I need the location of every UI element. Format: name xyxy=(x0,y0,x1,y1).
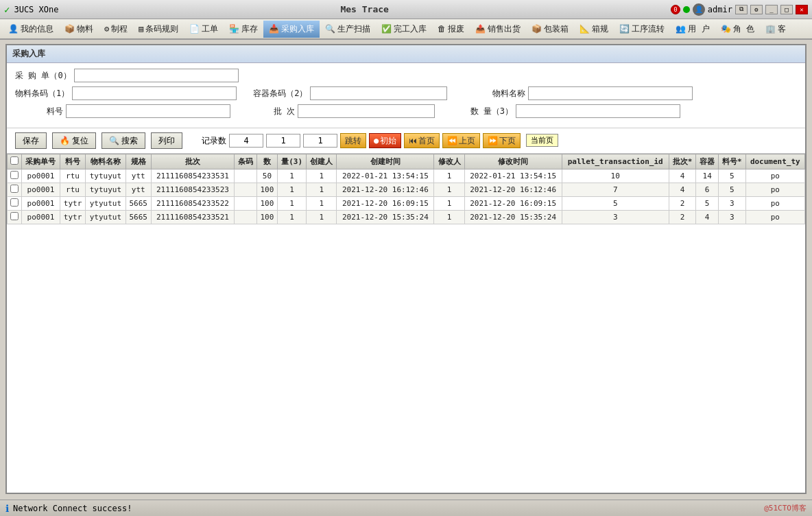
menu-inventory[interactable]: 🏪 库存 xyxy=(224,21,263,38)
cell-doc-type: po xyxy=(745,211,804,224)
menu-inventory-label: 库存 xyxy=(241,23,258,35)
status-message: Network Connect success! xyxy=(13,504,132,513)
cell-batch-star: 2 xyxy=(669,197,696,211)
menu-customer[interactable]: 🏢 客 xyxy=(760,21,791,38)
menu-users[interactable]: 👥 用 户 xyxy=(670,21,715,38)
cell-pallet-id: 5 xyxy=(562,197,669,211)
section-title: 采购入库 xyxy=(12,49,45,58)
cell-creator: 1 xyxy=(307,183,337,197)
purchase-order-input[interactable] xyxy=(74,69,239,82)
cell-modifier: 1 xyxy=(434,197,464,211)
search-icon: 🔍 xyxy=(109,136,119,145)
cell-container: 14 xyxy=(696,169,719,183)
material-name-input[interactable] xyxy=(528,86,693,100)
menu-workorder[interactable]: 📄 工单 xyxy=(184,21,224,38)
data-table: 采购单号 料号 物料名称 规格 批次 条码 数 量(3) 创建人 创建时间 修改… xyxy=(7,154,805,224)
col-header-purchase-no: 采购单号 xyxy=(22,154,60,169)
home-button[interactable]: ⏮ 首页 xyxy=(404,133,440,148)
menu-sales-out[interactable]: 📤 销售出货 xyxy=(470,21,526,38)
row-checkbox-cell[interactable] xyxy=(8,197,22,211)
item-no-input[interactable] xyxy=(66,104,230,118)
pagination-area: 记录数 跳转 ● 初始 ⏮ 首页 ⏪ 上页 xyxy=(202,133,521,148)
select-all-checkbox[interactable] xyxy=(10,156,19,165)
records-count-input[interactable] xyxy=(229,134,263,148)
row-checkbox[interactable] xyxy=(10,198,19,207)
jump-button[interactable]: 跳转 xyxy=(340,133,366,148)
menu-prod-scan[interactable]: 🔍 生产扫描 xyxy=(320,21,376,38)
table-row[interactable]: po0001rtutytuyutytt211116085423353150112… xyxy=(8,169,805,183)
prev-button[interactable]: ⏪ 上页 xyxy=(442,133,480,148)
col-header-qty1: 数 xyxy=(256,154,277,169)
row-checkbox[interactable] xyxy=(10,185,19,193)
table-header-checkbox[interactable] xyxy=(8,154,22,169)
status-icon: ℹ xyxy=(5,503,9,514)
col-header-material-name: 物料名称 xyxy=(86,154,126,169)
menu-my-info[interactable]: 👤 我的信息 xyxy=(3,21,59,38)
container-barcode-input[interactable] xyxy=(310,86,447,100)
purchase-order-label: 采 购 单（0） xyxy=(15,70,71,82)
search-button[interactable]: 🔍 搜索 xyxy=(102,132,145,149)
quantity-input[interactable] xyxy=(516,104,680,118)
row-checkbox[interactable] xyxy=(10,212,19,220)
cell-modify-time: 2021-12-20 16:09:15 xyxy=(464,197,562,211)
menu-roles[interactable]: 🎭 角 色 xyxy=(715,21,760,38)
cell-qty1: 50 xyxy=(256,169,277,183)
close-button[interactable]: ✕ xyxy=(796,5,808,14)
menu-finish-in[interactable]: ✅ 完工入库 xyxy=(376,21,432,38)
cell-item-star: 5 xyxy=(718,183,745,197)
check-icon: ✓ xyxy=(4,4,10,15)
menu-process-flow-label: 工序流转 xyxy=(632,23,665,35)
col-header-modifier: 修改人 xyxy=(434,154,464,169)
app-title: Mes Trace xyxy=(340,4,388,14)
batch-input[interactable] xyxy=(298,104,435,118)
col-header-batch: 批次 xyxy=(151,154,234,169)
next-button[interactable]: ⏩ 下页 xyxy=(483,133,521,148)
menu-pack-box[interactable]: 📦 包装箱 xyxy=(526,21,574,38)
cell-qty1: 100 xyxy=(256,183,277,197)
page-current-input[interactable] xyxy=(266,134,300,148)
col-header-spec: 规格 xyxy=(126,154,151,169)
cell-qty2: 1 xyxy=(278,169,307,183)
settings-button[interactable]: ⚙ xyxy=(750,5,763,14)
first-button[interactable]: ● 初始 xyxy=(369,133,401,148)
menu-purchase-in[interactable]: 📥 采购入库 xyxy=(263,21,320,38)
menu-process-flow[interactable]: 🔄 工序流转 xyxy=(614,21,670,38)
restore-button[interactable]: ⧉ xyxy=(735,5,748,14)
menu-barcode[interactable]: ▤ 条码规则 xyxy=(133,21,184,38)
row-checkbox-cell[interactable] xyxy=(8,169,22,183)
row-checkbox[interactable] xyxy=(10,171,19,179)
cell-qty2: 1 xyxy=(278,183,307,197)
menu-process[interactable]: ⚙ 制程 xyxy=(99,21,133,38)
next-label: 下页 xyxy=(499,135,516,147)
table-row[interactable]: po0001rtutytuyutytt211116085423352310011… xyxy=(8,183,805,197)
quantity-label: 数 量（3） xyxy=(465,106,513,117)
row-checkbox-cell[interactable] xyxy=(8,211,22,224)
records-label: 记录数 xyxy=(202,135,226,147)
maximize-button[interactable]: □ xyxy=(780,5,793,14)
cell-material-name: ytyutut xyxy=(86,211,126,224)
cell-material-name: tytuyut xyxy=(86,183,126,197)
my-info-icon: 👤 xyxy=(8,24,19,34)
page-total-input[interactable] xyxy=(303,134,337,148)
form-row-3: 料号 批 次 数 量（3） xyxy=(15,104,797,118)
cell-qty2: 1 xyxy=(278,197,307,211)
table-row[interactable]: po0001tytrytyutut56652111160854233521100… xyxy=(8,211,805,224)
menu-box-rule[interactable]: 📐 箱规 xyxy=(574,21,614,38)
menu-report[interactable]: 🗑 报废 xyxy=(432,21,470,38)
table-row[interactable]: po0001tytrytyutut56652111160854233522100… xyxy=(8,197,805,211)
material-barcode-input[interactable] xyxy=(72,86,237,100)
col-header-doc-type: document_ty xyxy=(745,154,804,169)
print-button[interactable]: 列印 xyxy=(151,132,182,149)
cell-doc-type: po xyxy=(745,183,804,197)
menu-material[interactable]: 📦 物料 xyxy=(59,21,99,38)
row-checkbox-cell[interactable] xyxy=(8,183,22,197)
notification-badge[interactable]: 0 xyxy=(671,5,680,14)
minimize-button[interactable]: _ xyxy=(765,5,778,14)
reset-button[interactable]: 🔥 复位 xyxy=(52,132,96,149)
save-button[interactable]: 保存 xyxy=(15,132,47,149)
statusbar: ℹ Network Connect success! @51CTO博客 xyxy=(0,500,812,516)
reset-icon: 🔥 xyxy=(60,136,70,145)
cell-item-no: tytr xyxy=(60,211,85,224)
form-area: 采 购 单（0） 物料条码（1） 容器条码（2） 物料名称 料号 批 次 数 量… xyxy=(7,63,805,128)
table-container: 采购单号 料号 物料名称 规格 批次 条码 数 量(3) 创建人 创建时间 修改… xyxy=(7,154,805,224)
